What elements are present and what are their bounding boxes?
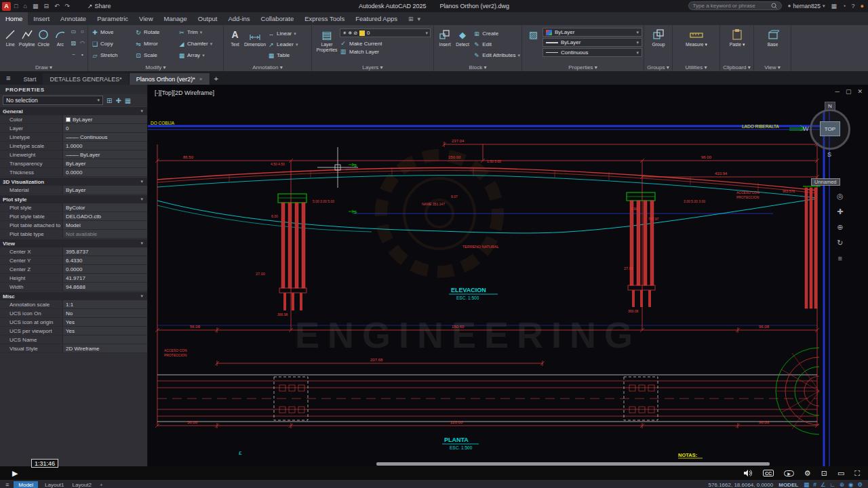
modify-tool-stretch[interactable]: ▱Stretch <box>92 51 135 60</box>
ribbon-tab-output[interactable]: Output <box>193 12 223 25</box>
layout2-tab[interactable]: Layout2 <box>68 482 96 488</box>
layer-lock-icon[interactable]: ⊘ <box>353 30 357 36</box>
ribbon-tab-collaborate[interactable]: Collaborate <box>256 12 300 25</box>
viewcube-north[interactable]: N <box>825 102 835 110</box>
theater-mode-icon[interactable]: ▭ <box>837 469 844 478</box>
property-value-center-x[interactable]: 395.8737 <box>62 247 147 256</box>
doc-tab-detalles-generales[interactable]: DETALLES GENERALES* <box>43 73 129 85</box>
revision-cloud-icon[interactable]: ◠ <box>79 40 86 50</box>
account-menu[interactable]: ● hernan825 ▾ <box>788 3 825 9</box>
panel-label-layers[interactable]: Layers ▾ <box>312 64 433 70</box>
make-current-button[interactable]: ✓ Make Current <box>340 39 432 47</box>
model-space-indicator[interactable]: MODEL <box>778 482 798 488</box>
ribbon-tab-view[interactable]: View <box>134 12 158 25</box>
menu-hamburger-icon[interactable]: ≡ <box>0 74 16 85</box>
property-value-ucs-icon-on[interactable]: No <box>62 309 147 317</box>
polar-icon[interactable]: ∠ <box>821 481 826 488</box>
workspace-icon[interactable]: ⚙ <box>857 481 863 488</box>
modify-tool-array[interactable]: ▦Array▾ <box>178 51 223 60</box>
property-value-material[interactable]: ByLayer <box>62 186 147 194</box>
rectangle-icon[interactable]: ▭ <box>70 28 77 39</box>
viewport-controls-label[interactable]: [-][Top][2D Wireframe] <box>155 89 214 96</box>
pan-icon[interactable]: ✚ <box>837 207 844 216</box>
property-value-transparency[interactable]: ByLayer <box>62 159 147 167</box>
property-value-ucs-icon-at-origin[interactable]: Yes <box>62 318 147 326</box>
modify-tool-rotate[interactable]: ↻Rotate <box>135 28 178 37</box>
redo-icon[interactable]: ↷ <box>64 3 70 9</box>
layer-dropdown[interactable]: ☀❄⊘ 0 ▾ <box>340 28 431 37</box>
property-value-linetype-scale[interactable]: 1.0000 <box>62 142 147 150</box>
help-icon[interactable]: ? <box>852 3 855 9</box>
property-value-ucs-name[interactable] <box>62 336 147 344</box>
modify-tool-chamfer[interactable]: ◢Chamfer▾ <box>178 39 223 48</box>
property-value-visual-style[interactable]: 2D Wireframe <box>62 344 147 352</box>
viewcube[interactable]: N TOP W S <box>803 101 860 176</box>
tool-leader[interactable]: ↗Leader▾ <box>268 40 298 49</box>
viewport-restore-icon[interactable]: ▢ <box>846 88 852 95</box>
viewcube-top-face[interactable]: TOP <box>820 121 840 136</box>
properties-palette-title[interactable]: PROPERTIES <box>0 85 147 94</box>
osnap-icon[interactable]: ⊕ <box>840 481 844 488</box>
arc-tool[interactable]: Arc <box>52 26 69 62</box>
viewport-minimize-icon[interactable]: ─ <box>835 88 840 95</box>
text-tool[interactable]: A Text <box>226 26 244 62</box>
viewcube-west[interactable]: W <box>803 125 809 132</box>
ribbon-tab-insert[interactable]: Insert <box>28 12 55 25</box>
panel-label-clipboard[interactable]: Clipboard ▾ <box>720 64 753 70</box>
panel-label-groups[interactable]: Groups ▾ <box>644 64 672 70</box>
lineweight-dropdown[interactable]: ByLayer ▾ <box>542 38 642 47</box>
property-value-lineweight[interactable]: ———ByLayer <box>62 150 147 159</box>
snap-icon[interactable]: # <box>813 481 816 488</box>
insert-block-button[interactable]: Insert <box>436 26 454 62</box>
close-tab-icon[interactable]: × <box>199 76 203 82</box>
hatch-icon[interactable]: ▨ <box>70 40 77 50</box>
horizontal-scrollbar[interactable] <box>376 462 770 466</box>
select-objects-icon[interactable]: ✚ <box>115 97 121 104</box>
model-tab[interactable]: Model <box>14 481 38 488</box>
property-value-plot-table-attached-to[interactable]: Model <box>62 221 147 229</box>
open-icon[interactable]: ⌂ <box>23 3 26 9</box>
ribbon-option-icon[interactable]: ⊞ <box>408 16 414 22</box>
layer-on-icon[interactable]: ☀ <box>342 30 347 36</box>
apps-icon[interactable]: ▦ <box>831 3 837 9</box>
tool-edit[interactable]: ✎Edit <box>473 40 520 49</box>
new-layout-button[interactable]: + <box>96 482 107 488</box>
grid-icon[interactable]: ▦ <box>804 481 809 488</box>
paste-button[interactable]: Paste ▾ <box>725 26 749 62</box>
property-value-plot-table-type[interactable]: Not available <box>62 230 147 238</box>
detect-button[interactable]: ◆ Detect <box>454 26 471 62</box>
panel-label-modify[interactable]: Modify ▾ <box>88 64 223 70</box>
toggle-pickadd-icon[interactable]: ⊞ <box>106 97 112 104</box>
match-layer-button[interactable]: ▥ Match Layer <box>340 47 432 56</box>
spline-icon[interactable]: ~ <box>70 52 77 62</box>
autoplay-toggle-icon[interactable]: ▶ <box>784 470 794 476</box>
measure-button[interactable]: Measure ▾ <box>682 26 711 62</box>
property-value-center-z[interactable]: 0.0000 <box>62 265 147 273</box>
settings-icon[interactable]: ⚙ <box>804 469 811 478</box>
modify-tool-copy[interactable]: ❑Copy <box>92 39 135 48</box>
search-box[interactable] <box>688 1 782 10</box>
panel-label-draw[interactable]: Draw ▾ <box>0 64 87 70</box>
base-button[interactable]: Base <box>761 26 785 62</box>
modify-tool-mirror[interactable]: ⇋Mirror <box>135 39 178 48</box>
ribbon-tab-annotate[interactable]: Annotate <box>55 12 92 25</box>
property-value-plot-style[interactable]: ByColor <box>62 203 147 211</box>
ortho-icon[interactable]: ∟ <box>830 481 835 488</box>
zoom-icon[interactable]: ⊕ <box>837 223 844 232</box>
polyline-tool[interactable]: Polyline <box>19 26 36 62</box>
ellipse-icon[interactable]: ○ <box>79 28 86 39</box>
doc-tab-planos-orthon-ver2[interactable]: Planos Orthon (ver2)*× <box>130 73 210 85</box>
panel-label-properties[interactable]: Properties ▾ <box>522 64 644 70</box>
selection-dropdown[interactable]: No selection ▾ <box>3 96 103 105</box>
section-header-misc[interactable]: Misc▾ <box>0 291 147 300</box>
modify-tool-move[interactable]: ✚Move <box>92 28 135 37</box>
tool-create[interactable]: ⊞Create <box>473 29 520 38</box>
volume-icon[interactable] <box>743 469 753 477</box>
section-header-plot-style[interactable]: Plot style▾ <box>0 195 147 203</box>
avatar-icon[interactable]: ● <box>861 3 864 9</box>
panel-label-utilities[interactable]: Utilities ▾ <box>673 64 719 70</box>
property-value-center-y[interactable]: 6.4330 <box>62 256 147 264</box>
drawing-area[interactable]: DO COBIJALADO RIBERALTA237.0486.50150.00… <box>148 85 868 468</box>
ribbon-tab-home[interactable]: Home <box>0 12 28 25</box>
autocad-logo[interactable]: A <box>2 2 11 11</box>
